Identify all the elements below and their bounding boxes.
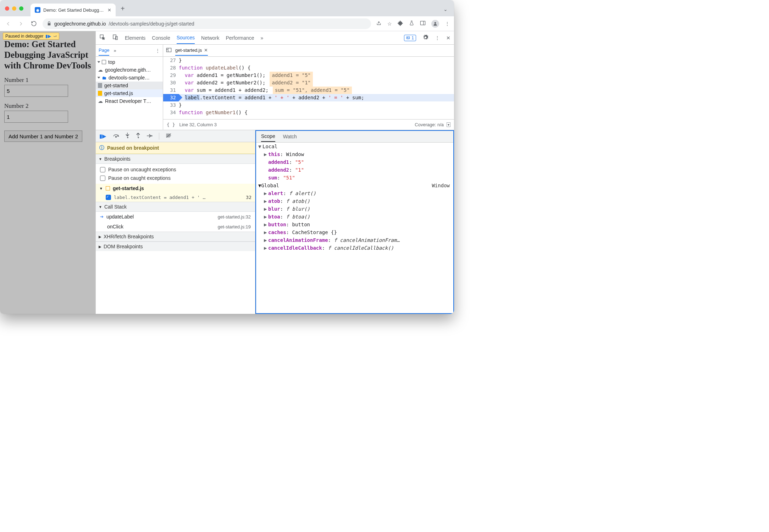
side-panel-icon[interactable]	[420, 21, 426, 27]
nav-menu-icon[interactable]: ⋮	[155, 48, 160, 53]
scope-property[interactable]: addend2: "1"	[256, 166, 453, 174]
minimize-window-icon[interactable]	[12, 6, 16, 11]
nav-tab-page[interactable]: Page	[99, 48, 109, 56]
url-path: /devtools-samples/debug-js/get-started	[109, 21, 194, 27]
code-line[interactable]: 29 var addend1 = getNumber1();addend1 = …	[163, 72, 454, 79]
callstack-frame[interactable]: ➔updateLabelget-started.js:32	[96, 212, 255, 222]
inspect-icon[interactable]	[99, 34, 106, 41]
nav-more-tabs-icon[interactable]: »	[114, 48, 116, 53]
source-editor: get-started.js✕ 27}28function updateLabe…	[163, 45, 454, 130]
scope-property[interactable]: ▶this: Window	[256, 150, 453, 158]
browser-tab[interactable]: ◉ Demo: Get Started Debugging ✕	[31, 4, 116, 16]
code-line[interactable]: 33}	[163, 101, 454, 109]
profile-icon[interactable]	[431, 20, 439, 28]
step-button[interactable]	[147, 133, 153, 139]
scope-property[interactable]: ▶blur: f blur()	[256, 205, 453, 213]
bookmark-icon[interactable]: ☆	[387, 21, 392, 27]
code-line[interactable]: 32 label.textContent = addend1 + ' + ' +…	[163, 94, 454, 101]
back-button[interactable]	[4, 20, 12, 28]
devtools-menu-icon[interactable]: ⋮	[435, 35, 440, 41]
close-file-icon[interactable]: ✕	[204, 48, 208, 53]
pause-caught-checkbox[interactable]: Pause on caught exceptions	[96, 174, 255, 182]
close-tab-icon[interactable]: ✕	[107, 7, 111, 13]
scope-property[interactable]: ▶cancelIdleCallback: f cancelIdleCallbac…	[256, 244, 453, 252]
overlay-step-icon[interactable]: ⤻	[53, 34, 57, 39]
section-breakpoints[interactable]: ▼Breakpoints	[96, 154, 255, 164]
scope-local-header[interactable]: ▼Local	[256, 143, 453, 150]
tree-file-js[interactable]: get-started.js	[96, 89, 163, 97]
svg-point-12	[151, 135, 153, 137]
tabs-dropdown-icon[interactable]: ⌄	[443, 6, 448, 12]
code-line[interactable]: 27}	[163, 57, 454, 64]
more-tabs-icon[interactable]: »	[261, 35, 264, 41]
code-line[interactable]: 31 var sum = addend1 + addend2;sum = "51…	[163, 87, 454, 94]
scope-property[interactable]: ▶cancelAnimationFrame: f cancelAnimation…	[256, 236, 453, 244]
pause-uncaught-checkbox[interactable]: Pause on uncaught exceptions	[96, 165, 255, 174]
maximize-window-icon[interactable]	[19, 6, 23, 11]
breakpoint-file[interactable]: ▼get-started.js	[96, 184, 255, 193]
tree-file-html[interactable]: get-started	[96, 82, 163, 89]
tree-domain[interactable]: ☁googlechrome.gith…	[96, 66, 163, 74]
settings-icon[interactable]	[422, 34, 428, 41]
step-over-button[interactable]	[113, 133, 119, 139]
scope-property[interactable]: ▶button: button	[256, 221, 453, 228]
scope-property[interactable]: sum: "51"	[256, 174, 453, 182]
debugger-sidebar: ▮▶ ⓘPaused on breakpoint ▼Breakpoints Pa…	[96, 130, 255, 314]
overlay-resume-icon[interactable]: ▮▶	[45, 34, 51, 39]
url-input[interactable]: googlechrome.github.io/devtools-samples/…	[43, 18, 371, 29]
favicon-icon: ◉	[35, 7, 40, 13]
devtools-tabbar: Elements Console Sources Network Perform…	[96, 31, 454, 45]
scope-property[interactable]: ▶atob: f atob()	[256, 197, 453, 205]
tab-performance[interactable]: Performance	[226, 35, 254, 44]
section-xhr-breakpoints[interactable]: ▶XHR/fetch Breakpoints	[96, 232, 255, 242]
debugger-toolbar: ▮▶	[96, 130, 255, 142]
scope-property[interactable]: ▶btoa: f btoa()	[256, 213, 453, 221]
breakpoint-item[interactable]: label.textContent = addend1 + ' …32	[96, 193, 255, 202]
format-icon[interactable]: { }	[167, 122, 175, 127]
scope-property[interactable]: ▶alert: f alert()	[256, 189, 453, 197]
new-tab-button[interactable]: +	[121, 5, 125, 13]
breakpoint-checkbox[interactable]	[106, 195, 111, 200]
add-button[interactable]: Add Number 1 and Number 2	[4, 131, 82, 142]
number2-input[interactable]	[4, 111, 68, 123]
code-line[interactable]: 28function updateLabel() {	[163, 64, 454, 72]
close-devtools-icon[interactable]: ✕	[446, 35, 450, 41]
code-line[interactable]: 30 var addend2 = getNumber2();addend2 = …	[163, 79, 454, 87]
code-line[interactable]: 34function getNumber1() {	[163, 109, 454, 116]
section-callstack[interactable]: ▼Call Stack	[96, 202, 255, 212]
section-dom-breakpoints[interactable]: ▶DOM Breakpoints	[96, 242, 255, 251]
resume-button[interactable]: ▮▶	[99, 133, 106, 139]
scope-tab-watch[interactable]: Watch	[283, 134, 297, 139]
callstack-frame[interactable]: onClickget-started.js:19	[96, 222, 255, 232]
overlay-text: Paused in debugger	[5, 34, 43, 39]
tree-folder[interactable]: 🖿devtools-sample…	[96, 74, 163, 82]
scope-property[interactable]: ▶caches: CacheStorage {}	[256, 228, 453, 236]
forward-button[interactable]	[17, 20, 25, 28]
step-into-button[interactable]	[126, 133, 130, 139]
scope-global-header[interactable]: ▼GlobalWindow	[256, 182, 453, 189]
menu-icon[interactable]: ⋮	[445, 21, 450, 27]
tab-network[interactable]: Network	[201, 35, 219, 44]
coverage-dropdown-icon[interactable]: ▾	[447, 122, 450, 127]
device-toggle-icon[interactable]	[112, 34, 118, 41]
toggle-navigator-icon[interactable]	[166, 48, 172, 54]
step-out-button[interactable]	[136, 133, 140, 139]
svg-point-2	[435, 22, 436, 24]
source-file-tab[interactable]: get-started.js✕	[175, 48, 208, 56]
tab-console[interactable]: Console	[152, 35, 170, 44]
tree-extension[interactable]: ☁React Developer T…	[96, 97, 163, 105]
scope-property[interactable]: addend1: "5"	[256, 158, 453, 166]
tab-sources[interactable]: Sources	[177, 35, 195, 44]
tree-top[interactable]: top	[96, 58, 163, 66]
tab-elements[interactable]: Elements	[125, 35, 145, 44]
reload-button[interactable]	[30, 20, 38, 28]
number1-input[interactable]	[4, 85, 68, 97]
close-window-icon[interactable]	[5, 6, 9, 11]
code-view[interactable]: 27}28function updateLabel() {29 var adde…	[163, 57, 454, 119]
deactivate-breakpoints-button[interactable]	[166, 133, 172, 139]
extensions-icon[interactable]	[398, 20, 403, 27]
issues-badge[interactable]: 1	[404, 35, 416, 41]
share-icon[interactable]	[376, 20, 382, 27]
labs-icon[interactable]	[409, 20, 414, 27]
scope-tab-scope[interactable]: Scope	[261, 133, 275, 142]
